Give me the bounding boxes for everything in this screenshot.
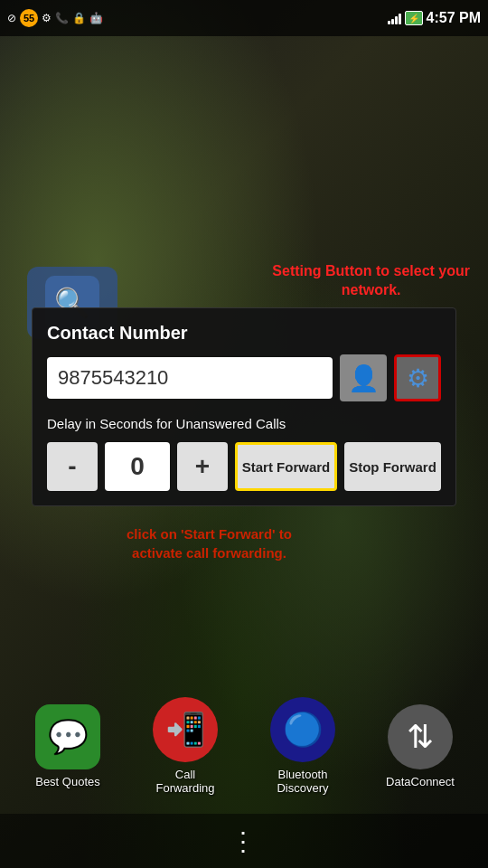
- controls-row: - 0 + Start Forward Stop Forward: [47, 442, 441, 491]
- activate-helper-text: click on 'Start Forward' to activate cal…: [127, 524, 292, 562]
- signal-bars: [388, 12, 401, 24]
- contact-picker-button[interactable]: 👤: [340, 354, 387, 401]
- phone-number-input[interactable]: [47, 357, 333, 399]
- app-data-connect[interactable]: ⇅ DataConnect: [375, 704, 465, 789]
- bluetooth-discovery-label: BluetoothDiscovery: [277, 768, 328, 796]
- call-forwarding-icon: 📲: [153, 697, 218, 762]
- stop-forward-label: Stop Forward: [349, 459, 436, 475]
- signal-bar-2: [391, 19, 394, 24]
- gear-icon: ⚙: [407, 363, 429, 393]
- counter-display: 0: [105, 442, 170, 491]
- signal-bar-3: [395, 16, 398, 24]
- app-grid: 💬 Best Quotes 📲 CallForwarding 🔵 Bluetoo…: [0, 697, 488, 796]
- increment-button[interactable]: +: [177, 442, 228, 491]
- helper-line1: Setting Button to select your: [272, 263, 470, 278]
- battery-bolt: ⚡: [408, 14, 419, 24]
- nav-bar: ⋮: [0, 814, 488, 868]
- counter-value: 0: [130, 452, 145, 481]
- app-bluetooth-discovery[interactable]: 🔵 BluetoothDiscovery: [258, 697, 348, 796]
- signal-bar-4: [399, 14, 401, 24]
- app-call-forwarding[interactable]: 📲 CallForwarding: [140, 697, 230, 796]
- decrement-button[interactable]: -: [47, 442, 98, 491]
- stop-forward-button[interactable]: Stop Forward: [344, 442, 441, 491]
- app-best-quotes[interactable]: 💬 Best Quotes: [23, 704, 113, 789]
- network-helper-text: Setting Button to select your network.: [272, 262, 470, 300]
- android-icon: 🤖: [89, 12, 103, 24]
- best-quotes-icon: 💬: [35, 704, 100, 769]
- battery-icon: ⚡: [405, 11, 423, 25]
- data-connect-icon: ⇅: [388, 704, 453, 769]
- start-forward-label: Start Forward: [242, 459, 331, 475]
- battery-charging-icon: ⊘: [7, 12, 16, 24]
- dialog-title: Contact Number: [47, 323, 441, 344]
- contact-row: 👤 ⚙: [47, 354, 441, 401]
- status-right: ⚡ 4:57 PM: [388, 10, 481, 26]
- status-bar: ⊘ 55 ⚙ 📞 🔒 🤖 ⚡ 4:57 PM: [0, 0, 488, 36]
- call-forward-dialog: Contact Number 👤 ⚙ Delay in Seconds for …: [32, 307, 456, 506]
- helper-line2: network.: [342, 282, 401, 297]
- signal-bar-1: [388, 21, 390, 24]
- phone-icon: 📞: [55, 12, 69, 24]
- status-left: ⊘ 55 ⚙ 📞 🔒 🤖: [7, 9, 103, 27]
- lock-icon: 🔒: [72, 12, 86, 24]
- minus-icon: -: [68, 452, 76, 481]
- usb-icon: ⚙: [42, 12, 52, 24]
- notification-count: 55: [20, 9, 38, 27]
- best-quotes-label: Best Quotes: [35, 775, 100, 789]
- status-time: 4:57 PM: [427, 10, 481, 26]
- helper-bottom-line2: activate call forwarding.: [132, 545, 286, 561]
- bluetooth-discovery-icon: 🔵: [270, 697, 335, 762]
- call-forwarding-label: CallForwarding: [155, 768, 214, 796]
- plus-icon: +: [195, 452, 210, 481]
- helper-bottom-line1: click on 'Start Forward' to: [127, 526, 292, 542]
- person-icon: 👤: [348, 363, 380, 393]
- data-connect-label: DataConnect: [386, 775, 455, 789]
- nav-menu-icon[interactable]: ⋮: [230, 826, 258, 856]
- start-forward-button[interactable]: Start Forward: [235, 442, 337, 491]
- settings-button[interactable]: ⚙: [394, 354, 441, 401]
- delay-label: Delay in Seconds for Unanswered Calls: [47, 416, 441, 431]
